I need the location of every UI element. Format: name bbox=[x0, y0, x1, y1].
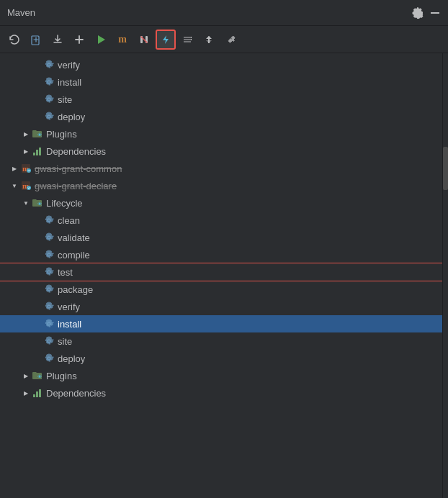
tree-panel[interactable]: verifyinstallsitedeploy▶ Plugins▶ Depend… bbox=[0, 53, 442, 498]
show-phases-button[interactable] bbox=[199, 30, 219, 50]
tree-arrow bbox=[32, 335, 43, 347]
gear-icon bbox=[43, 266, 55, 278]
tree-arrow bbox=[32, 232, 43, 243]
folder-gear-icon bbox=[32, 197, 43, 209]
gear-icon bbox=[43, 284, 55, 295]
tree-item-verify-1[interactable]: verify bbox=[0, 56, 442, 73]
title-bar-right bbox=[412, 7, 441, 19]
minimize-icon[interactable] bbox=[429, 7, 441, 19]
tree-item-dependencies-2[interactable]: ▶ Dependencies bbox=[0, 384, 442, 402]
tree-arrow: ▶ bbox=[20, 128, 32, 140]
download-button[interactable] bbox=[48, 30, 68, 50]
chart-icon bbox=[32, 387, 43, 399]
svg-rect-1 bbox=[32, 36, 39, 45]
maven-m-icon: m bbox=[20, 163, 32, 174]
tree-item-project-declare[interactable]: ▼ m gwasi-grant-declare bbox=[0, 177, 442, 194]
tree-item-label: Dependencies bbox=[46, 388, 106, 399]
gear-icon bbox=[43, 94, 55, 105]
tree-item-label: Lifecycle bbox=[46, 198, 83, 209]
tree-item-label: deploy bbox=[58, 112, 85, 122]
tree-arrow bbox=[32, 111, 43, 122]
tree-item-compile[interactable]: compile bbox=[0, 246, 442, 263]
tree-arrow bbox=[32, 214, 43, 226]
tree-item-verify-2[interactable]: verify bbox=[0, 298, 442, 315]
toolbar: m bbox=[0, 26, 448, 53]
tree-item-plugins-1[interactable]: ▶ Plugins bbox=[0, 125, 442, 142]
tree-item-site-1[interactable]: site bbox=[0, 91, 442, 108]
svg-rect-9 bbox=[39, 148, 41, 155]
tree-item-install-1[interactable]: install bbox=[0, 73, 442, 91]
gear-icon bbox=[43, 249, 55, 261]
tree-arrow bbox=[32, 94, 43, 105]
tree-arrow: ▼ bbox=[9, 180, 20, 191]
tree-item-lifecycle-folder[interactable]: ▼ Lifecycle bbox=[0, 194, 442, 212]
svg-rect-18 bbox=[33, 394, 35, 397]
tree-arrow: ▶ bbox=[9, 163, 20, 174]
scrollbar-thumb[interactable] bbox=[443, 147, 448, 190]
tree-arrow bbox=[32, 318, 43, 330]
window-title: Maven bbox=[7, 7, 35, 18]
tree-item-site-2[interactable]: site bbox=[0, 332, 442, 350]
gear-icon bbox=[43, 353, 55, 364]
add-files-button[interactable] bbox=[26, 30, 46, 50]
scrollbar[interactable] bbox=[442, 53, 448, 498]
run-button[interactable] bbox=[91, 30, 111, 50]
tree-item-clean[interactable]: clean bbox=[0, 212, 442, 229]
content-area: verifyinstallsitedeploy▶ Plugins▶ Depend… bbox=[0, 53, 448, 498]
tree-item-label: verify bbox=[58, 302, 80, 312]
tree-item-package[interactable]: package bbox=[0, 281, 442, 298]
gear-icon bbox=[43, 301, 55, 312]
tree-arrow: ▶ bbox=[20, 145, 32, 157]
tree-item-label: package bbox=[58, 284, 93, 295]
maven-m-icon: m bbox=[20, 180, 32, 191]
tree-item-label: gwasi-grant-common bbox=[35, 163, 122, 174]
tree-item-dependencies-1[interactable]: ▶ Dependencies bbox=[0, 142, 442, 160]
tree-arrow bbox=[32, 59, 43, 71]
tree-item-project-common[interactable]: ▶ m gwasi-grant-common bbox=[0, 160, 442, 177]
skip-tests-button[interactable] bbox=[134, 30, 154, 50]
svg-point-12 bbox=[27, 168, 31, 173]
svg-marker-5 bbox=[163, 35, 169, 44]
tree-item-label: clean bbox=[58, 215, 80, 226]
tree-item-deploy-2[interactable]: deploy bbox=[0, 350, 442, 367]
svg-marker-2 bbox=[98, 35, 105, 44]
tree-item-test[interactable]: test bbox=[0, 263, 442, 281]
maven-goal-button[interactable]: m bbox=[112, 30, 133, 50]
tree-arrow bbox=[32, 76, 43, 88]
refresh-button[interactable] bbox=[4, 30, 24, 50]
tree-item-install-2[interactable]: install bbox=[0, 315, 442, 332]
tree-item-label: site bbox=[58, 336, 72, 347]
tree-arrow bbox=[32, 284, 43, 295]
maven-settings-button[interactable] bbox=[220, 30, 241, 50]
gear-icon bbox=[43, 335, 55, 347]
tree-item-validate[interactable]: validate bbox=[0, 229, 442, 246]
tree-item-plugins-2[interactable]: ▶ Plugins bbox=[0, 367, 442, 384]
title-bar-left: Maven bbox=[7, 7, 35, 18]
tree-arrow: ▶ bbox=[20, 370, 32, 381]
phases-button[interactable] bbox=[177, 30, 197, 50]
chart-icon bbox=[32, 145, 43, 157]
lightning-button[interactable] bbox=[156, 30, 176, 50]
tree-item-label: Dependencies bbox=[46, 146, 106, 157]
settings-icon[interactable] bbox=[412, 7, 424, 19]
tree-item-label: verify bbox=[58, 60, 80, 71]
svg-rect-19 bbox=[36, 391, 38, 397]
tree-arrow: ▼ bbox=[20, 197, 32, 209]
tree-item-label: gwasi-grant-declare bbox=[35, 181, 117, 191]
tree-item-deploy-1[interactable]: deploy bbox=[0, 108, 442, 125]
tree-item-label: install bbox=[58, 77, 81, 88]
tree-arrow bbox=[32, 266, 43, 278]
add-button[interactable] bbox=[69, 30, 89, 50]
tree-item-label: site bbox=[58, 94, 72, 105]
tree-item-label: Plugins bbox=[46, 371, 77, 381]
tree-item-label: test bbox=[58, 267, 73, 278]
tree-arrow bbox=[32, 301, 43, 312]
gear-icon bbox=[43, 214, 55, 226]
folder-gear-icon bbox=[32, 128, 43, 140]
tree-arrow bbox=[32, 249, 43, 261]
tree-item-label: compile bbox=[58, 250, 90, 261]
gear-icon bbox=[43, 111, 55, 122]
tree-item-label: install bbox=[58, 319, 81, 330]
tree-arrow bbox=[32, 353, 43, 364]
svg-rect-8 bbox=[36, 150, 38, 155]
